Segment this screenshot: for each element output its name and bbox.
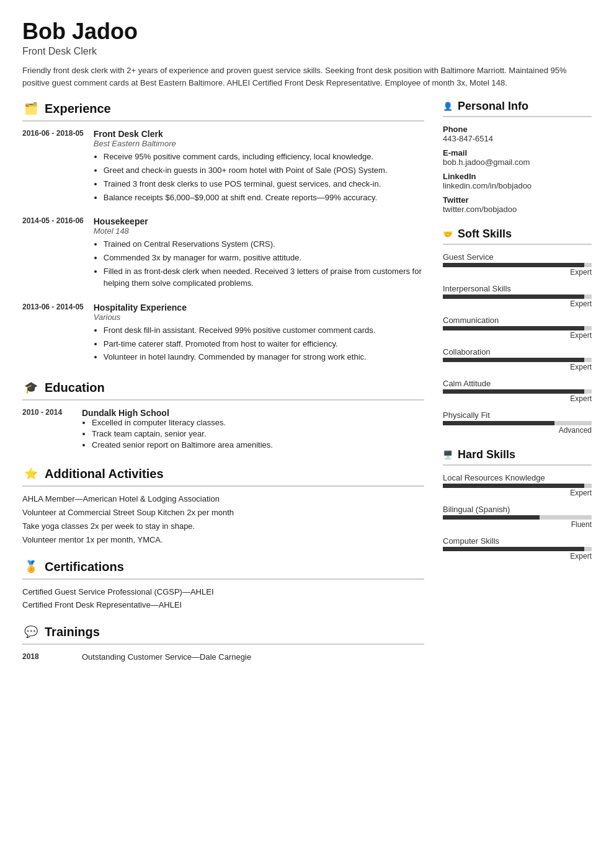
hard-skills-header: 🖥️ Hard Skills — [443, 448, 592, 466]
activities-section: ⭐ Additional Activities AHLA Member—Amer… — [22, 465, 424, 544]
edu-bullet: Excelled in computer literacy classes. — [92, 418, 273, 427]
activities-header: ⭐ Additional Activities — [22, 465, 424, 487]
activities-icon: ⭐ — [22, 465, 40, 482]
hard-skills-items: Local Resources KnowledgeExpertBilingual… — [443, 473, 592, 560]
exp-bullets: Trained on Central Reservations System (… — [94, 239, 424, 289]
skill-name: Communication — [443, 316, 592, 325]
skill-level: Expert — [443, 268, 592, 277]
skill-bar-bg — [443, 294, 592, 299]
skill-name: Guest Service — [443, 252, 592, 262]
cert-item: Certified Front Desk Representative—AHLE… — [22, 600, 424, 609]
skill-name: Interpersonal Skills — [443, 284, 592, 293]
personal-info-value: linkedin.com/in/bobjadoo — [443, 181, 592, 190]
personal-info-label: Phone — [443, 125, 592, 134]
soft-skills-header: 🤝 Soft Skills — [443, 228, 592, 245]
hard-skill-item: Computer SkillsExpert — [443, 536, 592, 560]
summary: Friendly front desk clerk with 2+ years … — [22, 64, 592, 89]
experience-title: Experience — [45, 102, 111, 116]
main-layout: 🗂️ Experience 2016-06 - 2018-05Front Des… — [22, 100, 592, 675]
edu-bullet: Created senior report on Baltimore area … — [92, 440, 273, 450]
trainings-icon: 💬 — [22, 623, 40, 640]
experience-entry: 2013-06 - 2014-05Hospitality ExperienceV… — [22, 303, 424, 366]
soft-skills-icon: 🤝 — [443, 229, 453, 239]
company: Various — [94, 312, 424, 322]
right-column: 👤 Personal Info Phone443-847-6514E-mailb… — [443, 100, 592, 675]
exp-bullet: Part-time caterer staff. Promoted from h… — [104, 339, 424, 350]
certifications-section: 🏅 Certifications Certified Guest Service… — [22, 558, 424, 609]
exp-dates: 2013-06 - 2014-05 — [22, 303, 84, 366]
soft-skills-section: 🤝 Soft Skills Guest ServiceExpertInterpe… — [443, 228, 592, 435]
soft-skill-item: Calm AttitudeExpert — [443, 379, 592, 403]
skill-name: Collaboration — [443, 347, 592, 356]
certifications-icon: 🏅 — [22, 558, 40, 575]
skill-name: Bilingual (Spanish) — [443, 505, 592, 514]
skill-bar-fill — [443, 294, 584, 299]
training-entry: 2018Outstanding Customer Service—Dale Ca… — [22, 652, 424, 662]
exp-bullet: Trained on Central Reservations System (… — [104, 239, 424, 250]
skill-bar-bg — [443, 358, 592, 362]
soft-skill-item: Guest ServiceExpert — [443, 252, 592, 277]
personal-info-block: Phone443-847-6514 — [443, 125, 592, 143]
skill-name: Calm Attitude — [443, 379, 592, 388]
education-title: Education — [45, 381, 105, 395]
activity-item: Volunteer mentor 1x per month, YMCA. — [22, 535, 424, 544]
personal-info-value: 443-847-6514 — [443, 134, 592, 143]
personal-info-label: E-mail — [443, 148, 592, 157]
company: Best Eastern Baltimore — [94, 139, 424, 148]
edu-bullet: Track team captain, senior year. — [92, 429, 273, 438]
trainings-title: Trainings — [45, 625, 100, 639]
job-title: Housekeeper — [94, 216, 424, 226]
activity-item: AHLA Member—American Hotel & Lodging Ass… — [22, 494, 424, 503]
personal-info-title: Personal Info — [458, 100, 528, 113]
training-year: 2018 — [22, 652, 72, 662]
exp-bullet: Balance receipts $6,000–$9,000 at shift … — [104, 192, 424, 204]
personal-info-value: twitter.com/bobjadoo — [443, 205, 592, 214]
training-description: Outstanding Customer Service—Dale Carneg… — [82, 652, 251, 662]
soft-skill-item: Physically FitAdvanced — [443, 410, 592, 435]
skill-bar-fill — [443, 389, 584, 394]
candidate-title: Front Desk Clerk — [22, 46, 592, 57]
education-header: 🎓 Education — [22, 379, 424, 401]
activities-list: AHLA Member—American Hotel & Lodging Ass… — [22, 494, 424, 544]
hard-skill-item: Local Resources KnowledgeExpert — [443, 473, 592, 497]
skill-name: Computer Skills — [443, 536, 592, 546]
exp-content: Front Desk ClerkBest Eastern BaltimoreRe… — [94, 129, 424, 205]
skill-bar-bg — [443, 389, 592, 394]
personal-info-block: LinkedInlinkedin.com/in/bobjadoo — [443, 172, 592, 190]
skill-level: Expert — [443, 363, 592, 371]
page: Bob Jadoo Front Desk Clerk Friendly fron… — [0, 0, 614, 694]
exp-bullet: Commended 3x by manager for warm, positi… — [104, 252, 424, 264]
education-section: 🎓 Education 2010 - 2014Dundalk High Scho… — [22, 379, 424, 451]
soft-skills-items: Guest ServiceExpertInterpersonal SkillsE… — [443, 252, 592, 435]
job-title: Hospitality Experience — [94, 303, 424, 312]
skill-level: Expert — [443, 394, 592, 403]
edu-content: Dundalk High SchoolExcelled in computer … — [82, 408, 273, 451]
skill-bar-bg — [443, 326, 592, 330]
skill-bar-bg — [443, 547, 592, 551]
edu-dates: 2010 - 2014 — [22, 408, 72, 451]
hard-skills-title: Hard Skills — [458, 448, 515, 461]
exp-bullet: Greet and check-in guests in 300+ room h… — [104, 165, 424, 177]
trainings-header: 💬 Trainings — [22, 623, 424, 645]
activity-item: Volunteer at Commercial Street Soup Kitc… — [22, 508, 424, 517]
cert-item: Certified Guest Service Professional (CG… — [22, 587, 424, 596]
skill-bar-fill — [443, 547, 584, 551]
exp-dates: 2014-05 - 2016-06 — [22, 216, 84, 291]
personal-info-block: Twittertwitter.com/bobjadoo — [443, 195, 592, 214]
skill-level: Fluent — [443, 520, 592, 529]
personal-info-items: Phone443-847-6514E-mailbob.h.jadoo@gmail… — [443, 125, 592, 214]
skill-bar-fill — [443, 263, 584, 267]
experience-entry: 2014-05 - 2016-06HousekeeperMotel 148Tra… — [22, 216, 424, 291]
experience-entry: 2016-06 - 2018-05Front Desk ClerkBest Ea… — [22, 129, 424, 205]
exp-bullet: Front desk fill-in assistant. Received 9… — [104, 325, 424, 337]
skill-level: Expert — [443, 552, 592, 560]
trainings-entries: 2018Outstanding Customer Service—Dale Ca… — [22, 652, 424, 662]
soft-skill-item: Interpersonal SkillsExpert — [443, 284, 592, 308]
exp-bullet: Filled in as front-desk clerk when neede… — [104, 266, 424, 290]
skill-bar-fill — [443, 484, 584, 488]
personal-info-label: LinkedIn — [443, 172, 592, 181]
soft-skills-title: Soft Skills — [458, 228, 512, 241]
hard-skills-icon: 🖥️ — [443, 450, 453, 459]
exp-bullets: Front desk fill-in assistant. Received 9… — [94, 325, 424, 364]
exp-content: Hospitality ExperienceVariousFront desk … — [94, 303, 424, 366]
